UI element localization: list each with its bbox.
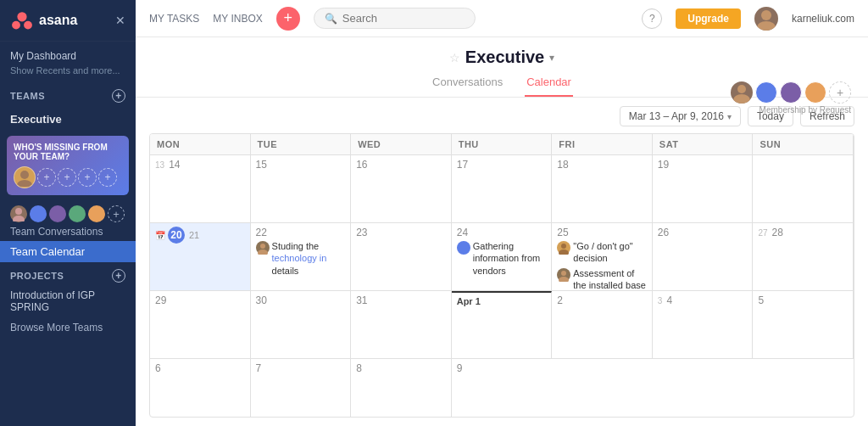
cal-cell-8: 8 [351, 359, 452, 418]
member-avatar-4 [69, 205, 86, 222]
asana-logo: asana [10, 8, 77, 32]
cal-cell-5: 5 [753, 291, 854, 359]
svg-point-14 [559, 249, 569, 255]
teams-section: Teams + Executive [0, 81, 136, 136]
cal-date-31: 31 [356, 294, 446, 306]
cal-cell-apr1: Apr 1 [452, 291, 553, 359]
event-avatar-22 [256, 241, 270, 255]
avatar-placeholder-2: + [58, 168, 76, 187]
page-title: Executive [465, 48, 544, 67]
add-team-button[interactable]: + [112, 89, 125, 103]
svg-point-5 [15, 208, 22, 215]
cal-cell-27: 27 28 [753, 223, 854, 291]
user-name[interactable]: karneliuk.com [792, 13, 854, 25]
search-bar[interactable]: 🔍 [314, 8, 476, 29]
cal-cell-25: 25 "Go / don't go" decision Assessment o… [552, 223, 653, 291]
add-project-button[interactable]: + [112, 269, 125, 283]
page-header: ☆ Executive ▾ Conversations Calendar + M… [136, 37, 868, 98]
svg-point-7 [761, 10, 771, 20]
upgrade-button[interactable]: Upgrade [676, 8, 741, 29]
team-card-title: WHO'S MISSING FROM YOUR TEAM? [14, 143, 122, 161]
member-avatar-3 [49, 205, 66, 222]
my-inbox-link[interactable]: MY INBOX [213, 13, 262, 25]
cal-cell-15: 15 [251, 155, 352, 223]
svg-point-3 [20, 171, 29, 179]
add-page-member-button[interactable]: + [829, 81, 851, 104]
member-row: + [0, 202, 136, 222]
cal-cell-26: 26 [653, 223, 754, 291]
page-members: + [731, 81, 851, 104]
cal-cell-18: 18 [552, 155, 653, 223]
sidebar: asana ✕ My Dashboard Show Recents and mo… [0, 0, 136, 426]
cal-event-25b[interactable]: Assessment of the installed base [557, 267, 647, 291]
cal-date-27: 27 28 [758, 227, 848, 238]
team-calendar-link[interactable]: Team Calendar [0, 241, 136, 262]
executive-section: Executive [0, 106, 136, 131]
svg-point-1 [12, 21, 20, 30]
star-icon[interactable]: ☆ [449, 51, 460, 64]
cal-cell-19: 19 [653, 155, 754, 223]
cal-header-tue: TUE [251, 134, 352, 155]
member-avatar-2 [30, 205, 47, 222]
svg-point-8 [757, 21, 776, 31]
page-title-row: ☆ Executive ▾ [449, 48, 554, 67]
help-button[interactable]: ? [642, 8, 662, 29]
svg-point-15 [561, 271, 566, 276]
calendar-grid: MON TUE WED THU FRI SAT SUN 1314 15 16 [149, 133, 854, 418]
show-recents-link[interactable]: Show Recents and more... [10, 65, 125, 76]
cal-date-24: 24 [457, 227, 547, 238]
cal-cell-29: 29 [150, 291, 251, 359]
my-dashboard-link[interactable]: My Dashboard [10, 50, 125, 62]
page-member-avatar-4 [804, 81, 826, 104]
svg-point-4 [17, 180, 32, 187]
cal-date-5: 5 [758, 294, 848, 306]
executive-label[interactable]: Executive [10, 109, 125, 131]
cal-date-apr2: 2 [557, 294, 647, 306]
cal-date-9: 9 [457, 362, 548, 374]
projects-label: PROJECTS [10, 271, 64, 281]
cal-cell-31: 31 [351, 291, 452, 359]
svg-point-6 [13, 216, 25, 221]
cal-date-15: 15 [256, 159, 346, 171]
cal-event-24[interactable]: Gathering information from vendors [457, 240, 547, 277]
avatar-placeholder-4: + [98, 168, 117, 187]
cal-cell-17: 17 [452, 155, 553, 223]
cal-date-20: 📅 20 21 [155, 227, 245, 244]
main-content: MY TASKS MY INBOX + 🔍 ? Upgrade karneliu… [136, 0, 868, 426]
cal-date-26: 26 [658, 227, 748, 238]
event-text-22: Studing the technology in details [272, 240, 346, 277]
cal-event-25a[interactable]: "Go / don't go" decision [557, 240, 647, 265]
project-igp-link[interactable]: Introduction of IGP SPRING [0, 286, 136, 317]
add-member-button[interactable]: + [108, 205, 125, 222]
cal-cell-16: 16 [351, 155, 452, 223]
add-button[interactable]: + [276, 7, 300, 31]
tab-calendar[interactable]: Calendar [525, 70, 573, 97]
calendar-toolbar: Mar 13 – Apr 9, 2016 ▾ Today Refresh [149, 106, 854, 126]
cal-date-apr1: Apr 1 [457, 296, 547, 306]
svg-point-9 [737, 85, 746, 93]
team-calendar-label: Team Calendar [10, 245, 85, 258]
cal-header-sat: SAT [653, 134, 754, 155]
browse-teams-link[interactable]: Browse More Teams [0, 317, 136, 339]
search-input[interactable] [342, 12, 465, 25]
sidebar-close-icon[interactable]: ✕ [115, 14, 125, 27]
cal-header-mon: MON [150, 134, 251, 155]
event-text-25a: "Go / don't go" decision [573, 240, 647, 265]
date-range-button[interactable]: Mar 13 – Apr 9, 2016 ▾ [620, 106, 741, 126]
cal-cell-30: 30 [251, 291, 352, 359]
page-member-avatar-3 [780, 81, 802, 104]
title-chevron-icon[interactable]: ▾ [549, 52, 554, 64]
team-conversations-link[interactable]: Team Conversations [0, 222, 136, 241]
my-tasks-link[interactable]: MY TASKS [149, 13, 199, 25]
page-member-avatar-2 [755, 81, 777, 104]
cal-event-22[interactable]: Studing the technology in details [256, 240, 346, 277]
page-member-avatar-main [731, 81, 753, 104]
tab-conversations[interactable]: Conversations [431, 70, 504, 97]
date-range-chevron-icon: ▾ [727, 112, 732, 121]
cal-cell-apr2: 2 [552, 291, 653, 359]
svg-point-0 [17, 12, 26, 21]
member-avatar-5 [88, 205, 105, 222]
cal-date-23: 23 [356, 227, 446, 238]
sidebar-top-nav: My Dashboard Show Recents and more... [0, 42, 136, 81]
cal-cell-24: 24 Gathering information from vendors [452, 223, 553, 291]
